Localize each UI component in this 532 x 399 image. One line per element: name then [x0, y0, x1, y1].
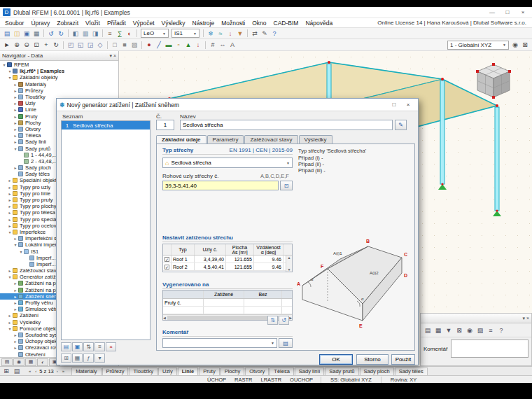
user-view-icon[interactable]: ◉ [510, 41, 520, 50]
ok-button[interactable]: OK [319, 354, 353, 365]
status-toggle-ouchop[interactable]: OUCHOP [286, 377, 317, 383]
show-lines-icon[interactable]: ╱ [154, 41, 164, 50]
table-tab-uzly[interactable]: Uzly [158, 368, 177, 375]
tree-expander-icon[interactable]: ▾ [13, 242, 18, 247]
tree-expander-icon[interactable]: ▸ [13, 236, 18, 241]
tree-expander-icon[interactable]: ▾ [7, 274, 13, 279]
tree-expander-icon[interactable]: ▾ [1, 62, 7, 67]
menu-item-okno[interactable]: Okno [248, 18, 270, 27]
tree-expander-icon[interactable]: ▸ [7, 320, 13, 325]
dialog-units-button[interactable]: ƒ [83, 354, 94, 363]
zoom-window-icon[interactable]: ⊡ [31, 41, 41, 50]
tree-expander-icon[interactable]: ▸ [13, 165, 18, 170]
panel-icon[interactable]: ◨ [90, 29, 100, 38]
text-annotation-icon[interactable]: A [227, 41, 237, 50]
tree-expander-icon[interactable]: ▸ [13, 133, 18, 138]
tree-expander-icon[interactable]: ▸ [7, 217, 13, 222]
tree-expander-icon[interactable]: ▸ [13, 294, 18, 299]
tree-expander-icon[interactable]: ▸ [13, 288, 18, 293]
pan-icon[interactable]: + [41, 41, 51, 50]
scroll-left-icon[interactable]: ◀ [163, 316, 166, 320]
pick-nodes-button[interactable]: ⊡ [280, 181, 293, 190]
data-navigator-icon[interactable]: ◧ [71, 29, 80, 38]
tables-icon[interactable]: ▥ [80, 29, 90, 38]
tree-expander-icon[interactable]: ▸ [13, 107, 18, 112]
checkbox-icon[interactable]: ✓ [164, 257, 169, 262]
nav-tab-results[interactable]: ◐ [37, 358, 48, 366]
tree-expander-icon[interactable]: ▸ [7, 313, 13, 318]
panel-visibility-icon[interactable]: ◉ [465, 326, 475, 335]
roof-table-row[interactable]: ✓Roof 13,4,39,40121.6559.46 [163, 255, 292, 263]
table-tab-otvory[interactable]: Otvory [245, 368, 269, 375]
nav-tab-data[interactable]: ▤ [1, 358, 13, 366]
tree-expander-icon[interactable]: ▸ [13, 345, 18, 350]
menu-item-soubor[interactable]: Soubor [1, 18, 27, 27]
tree-item-rfem[interactable]: ▾RFEM [0, 62, 118, 68]
list-sort-button[interactable]: ≡ [94, 342, 105, 351]
next-page-icon[interactable]: › [55, 369, 59, 373]
results-icon[interactable]: ◐ [125, 29, 134, 38]
panel-comment-input[interactable] [451, 340, 528, 358]
dialog-tables-button[interactable]: ⊞ [61, 354, 71, 363]
panel-views-icon[interactable]: ▦ [433, 326, 443, 335]
status-toggle-úchop[interactable]: ÚCHOP [203, 377, 230, 383]
tree-expander-icon[interactable]: ▸ [7, 223, 13, 228]
scroll-right-icon[interactable]: ▶ [289, 316, 292, 320]
show-members-icon[interactable]: ▬ [164, 41, 174, 50]
menu-item-nástroje[interactable]: Nástroje [189, 18, 218, 27]
isometric-view-icon[interactable]: ◇ [95, 41, 105, 50]
dimensions-icon[interactable]: ⇔ [218, 41, 227, 50]
table-tab-sady-prutů[interactable]: Sady prutů [325, 368, 358, 375]
dialog-grid-button[interactable]: ▦ [72, 354, 83, 363]
tree-expander-icon[interactable]: ▸ [13, 127, 18, 132]
transparent-view-icon[interactable]: ▨ [130, 41, 139, 50]
close-icon[interactable]: × [526, 316, 529, 321]
roof-table-scrollbar[interactable]: ▲▼ [286, 255, 292, 272]
view-xz-icon[interactable]: ◱ [76, 41, 85, 50]
tree-expander-icon[interactable]: ▸ [7, 185, 13, 190]
tree-expander-icon[interactable]: ▸ [13, 88, 18, 93]
table-tab-linie[interactable]: Linie [178, 368, 199, 375]
tree-expander-icon[interactable]: ▸ [7, 197, 13, 202]
panel-display-icon[interactable]: ▤ [423, 326, 433, 335]
wireframe-icon[interactable]: □ [110, 41, 120, 50]
member-load-icon[interactable]: ↓ [225, 29, 235, 38]
tree-item-materiály[interactable]: ▸Materiály [0, 81, 118, 88]
dialog-info-button[interactable]: ▾ [94, 354, 105, 363]
table-tab-sady-ploch[interactable]: Sady ploch [360, 368, 394, 375]
rotate-view-icon[interactable]: ↻ [51, 41, 61, 50]
menu-item-zobrazit[interactable]: Zobrazit [53, 18, 82, 27]
tree-expander-icon[interactable]: ▾ [7, 230, 13, 234]
tree-expander-icon[interactable]: ▸ [13, 139, 18, 144]
panel-settings-icon[interactable]: ≡ [486, 326, 496, 335]
tree-expander-icon[interactable]: ▸ [7, 210, 13, 215]
tree-expander-icon[interactable]: ▾ [7, 326, 13, 331]
show-supports-icon[interactable]: ▲ [183, 41, 193, 50]
generated-table-row[interactable]: Pruty č. [163, 299, 292, 307]
menu-item-přiřadit[interactable]: Přiřadit [104, 18, 130, 27]
measure-icon[interactable]: ⇄ [250, 29, 260, 38]
table-tab-plochy[interactable]: Plochy [220, 368, 245, 375]
tree-expander-icon[interactable]: ▸ [13, 339, 18, 344]
tree-expander-icon[interactable]: ▸ [13, 120, 18, 125]
table-tab-pruty[interactable]: Pruty [199, 368, 220, 375]
list-item-sedlová-střecha[interactable]: 1Sedlová střecha [62, 121, 150, 130]
maximize-button[interactable]: □ [500, 8, 515, 18]
table-tab-sady-těles[interactable]: Sady těles [395, 368, 428, 375]
help-icon[interactable]: ? [270, 29, 279, 38]
solid-view-icon[interactable]: ■ [120, 41, 130, 50]
menu-item-úpravy[interactable]: Úpravy [27, 18, 53, 27]
prev-page-icon[interactable]: ‹ [34, 369, 38, 373]
close-button[interactable]: × [515, 8, 531, 18]
undo-icon[interactable]: ↺ [46, 29, 56, 38]
list-delete-button[interactable]: × [106, 342, 116, 351]
redo-icon[interactable]: ↻ [56, 29, 66, 38]
tree-expander-icon[interactable]: ▸ [13, 300, 18, 305]
calculate-icon[interactable]: ∑ [115, 29, 125, 38]
panel-help-icon[interactable]: ? [496, 326, 506, 335]
table-tab-tloušťky[interactable]: Tloušťky [129, 368, 158, 375]
notes-icon[interactable]: ✎ [260, 29, 270, 38]
roof-table-row[interactable]: ✓Roof 24,5,40,41121.6559.46 [163, 263, 292, 271]
panel-filter-icon[interactable]: ▼ [444, 326, 454, 335]
tree-expander-icon[interactable]: ▾ [7, 75, 13, 80]
